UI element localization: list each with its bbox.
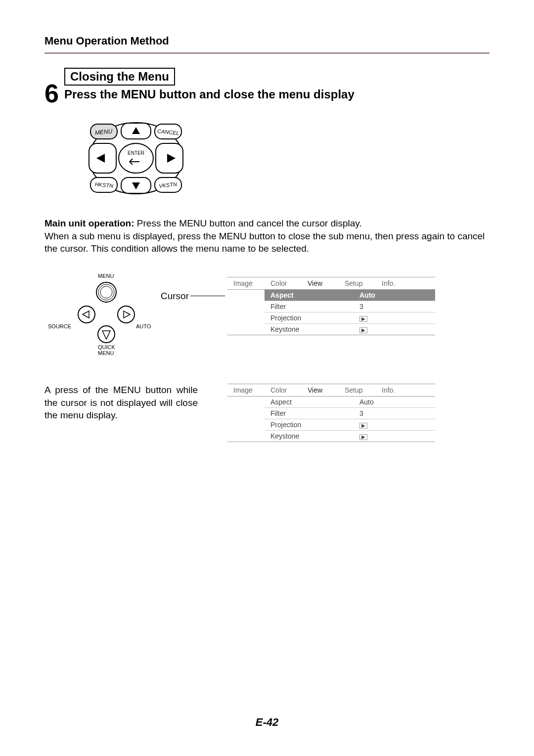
osd1-tab-info: Info. — [376, 277, 413, 289]
pad-quick-label2: MENU — [98, 350, 114, 356]
step-subtitle: Press the MENU button and close the menu… — [64, 88, 490, 101]
osd1-row-projection: Projection ▶ — [265, 312, 435, 324]
header-rule — [44, 52, 490, 54]
osd2-row-projection: Projection ▶ — [265, 419, 435, 431]
main-op-line1: Press the MENU button and cancel the cur… — [134, 218, 362, 228]
page-number: E-42 — [0, 716, 534, 729]
header-title: Menu Operation Method — [44, 35, 490, 47]
osd1-projection-arrow-icon: ▶ — [359, 316, 367, 322]
osd1-tab-color: Color — [265, 277, 302, 289]
osd2-row-aspect: Aspect Auto — [265, 397, 435, 408]
osd2-keystone-arrow-icon: ▶ — [359, 434, 367, 440]
pad-quick-label1: QUICK — [98, 344, 115, 350]
svg-point-13 — [78, 306, 95, 323]
main-op-line2: When a sub menu is displayed, press the … — [44, 231, 485, 254]
osd1-row-keystone: Keystone ▶ — [265, 324, 435, 335]
svg-point-15 — [98, 326, 115, 343]
osd1-keystone-arrow-icon: ▶ — [359, 327, 367, 333]
svg-point-10 — [96, 282, 116, 302]
osd2-tabs: Image Color View Setup Info. — [227, 384, 435, 397]
main-op-label: Main unit operation: — [44, 218, 134, 228]
osd2-projection-arrow-icon: ▶ — [359, 423, 367, 429]
middle-row: MENU SOURCE AUTO QUICK MENU Cursor Image… — [44, 270, 490, 359]
osd2-tab-color: Color — [265, 384, 302, 396]
osd2-area: Image Color View Setup Info. Aspect Auto… — [208, 384, 490, 442]
osd2-tab-setup: Setup — [339, 384, 376, 396]
cursor-leader-line — [190, 296, 225, 296]
cursor-label: Cursor — [161, 291, 189, 302]
pad-auto-label: AUTO — [136, 323, 151, 329]
osd2-tab-info: Info. — [376, 384, 413, 396]
osd-table-1: Image Color View Setup Info. Aspect Auto… — [227, 277, 435, 335]
svg-point-14 — [118, 306, 134, 323]
svg-point-9 — [119, 143, 153, 173]
osd1-tab-view: View — [302, 277, 339, 289]
osd1-tab-image: Image — [227, 277, 265, 289]
osd1-row-filter: Filter 3 — [265, 301, 435, 312]
osd2-row-filter: Filter 3 — [265, 408, 435, 419]
pad-menu-label: MENU — [98, 273, 114, 279]
control-pad-area: MENU SOURCE AUTO QUICK MENU — [44, 270, 168, 359]
osd1-tabs: Image Color View Setup Info. — [227, 277, 435, 290]
osd1-area: Cursor Image Color View Setup Info. Aspe… — [168, 270, 490, 359]
osd1-row-aspect: Aspect Auto — [265, 290, 435, 301]
step-number: 6 — [44, 79, 59, 108]
pad-source-label: SOURCE — [48, 323, 71, 329]
page: Menu Operation Method 6 Closing the Menu… — [0, 0, 534, 756]
control-pad: MENU SOURCE AUTO QUICK MENU — [72, 275, 141, 359]
remote-svg: MENU CANCEL HKSTN VKSTN — [74, 116, 198, 200]
main-operation-text: Main unit operation: Press the MENU butt… — [44, 217, 490, 255]
lower-text: A press of the MENU button while the cur… — [44, 384, 208, 442]
step-box-title: Closing the Menu — [64, 68, 175, 86]
osd2-tab-image: Image — [227, 384, 265, 396]
remote-enter-label: ENTER — [128, 150, 144, 156]
osd1-tab-setup: Setup — [339, 277, 376, 289]
osd-table-2: Image Color View Setup Info. Aspect Auto… — [227, 384, 435, 442]
osd2-tab-view: View — [302, 384, 339, 396]
lower-row: A press of the MENU button while the cur… — [44, 384, 490, 442]
remote-diagram: MENU CANCEL HKSTN VKSTN — [74, 116, 490, 202]
osd2-row-keystone: Keystone ▶ — [265, 431, 435, 442]
step-section: 6 Closing the Menu Press the MENU button… — [44, 68, 490, 101]
